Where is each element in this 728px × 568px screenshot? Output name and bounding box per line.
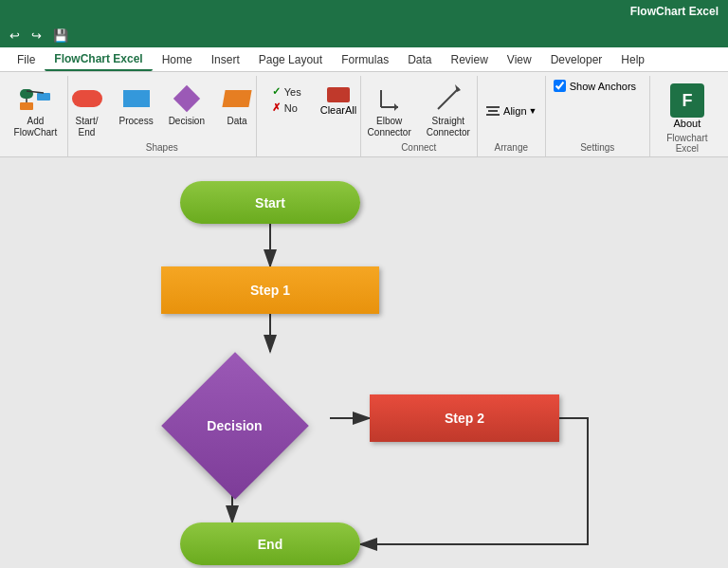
clearall-label: ClearAll: [320, 104, 357, 116]
align-icon: [485, 103, 500, 119]
process-icon: [119, 82, 154, 116]
svg-rect-0: [20, 89, 33, 99]
ribbon-group-yesno: ✓ Yes ✗ No ClearAll: [257, 76, 361, 156]
elbow-connector-label: ElbowConnector: [368, 116, 411, 138]
ribbon-group-shapes: Start/End Process Decision Data: [68, 76, 257, 156]
ribbon-group-arrange: Align ▼ Arrange: [478, 76, 546, 156]
about-button[interactable]: F About: [659, 80, 716, 133]
menu-developer[interactable]: Developer: [541, 49, 612, 70]
straight-connector-button[interactable]: StraightConnector: [421, 80, 476, 140]
quick-access-toolbar: ↩ ↪ 💾: [0, 23, 728, 47]
step1-label: Step 1: [250, 283, 290, 298]
process-label: Process: [119, 116, 154, 127]
end-label: End: [258, 537, 282, 552]
show-anchors-row: Show Anchors: [554, 80, 642, 92]
decision-label: Decision: [169, 116, 205, 127]
decision-icon: [170, 82, 204, 116]
menu-review[interactable]: Review: [442, 49, 498, 70]
step1-shape[interactable]: Step 1: [161, 266, 379, 314]
eraser-icon: [327, 87, 350, 102]
start-label: Start: [255, 195, 285, 211]
redo-button[interactable]: ↪: [27, 27, 46, 45]
align-label: Align: [503, 105, 526, 117]
menu-formulas[interactable]: Formulas: [332, 49, 398, 70]
decision-shape: [161, 352, 309, 500]
undo-button[interactable]: ↩: [6, 27, 24, 45]
svg-rect-12: [486, 114, 500, 116]
process-button[interactable]: Process: [114, 80, 159, 129]
align-button[interactable]: Align ▼: [482, 101, 540, 120]
step2-label: Step 2: [445, 411, 484, 426]
align-dropdown-icon: ▼: [529, 106, 537, 116]
menu-help[interactable]: Help: [611, 49, 654, 70]
svg-text:F: F: [682, 91, 692, 110]
data-label: Data: [227, 116, 246, 127]
show-anchors-checkbox[interactable]: [554, 80, 566, 92]
save-button[interactable]: 💾: [49, 27, 72, 45]
menu-file[interactable]: File: [8, 49, 45, 70]
yes-checkmark-icon: ✓: [272, 85, 281, 98]
flowchart-excel-group-label: Flowchart Excel: [658, 133, 717, 156]
about-label: About: [674, 118, 701, 129]
data-icon: [220, 82, 254, 116]
add-flowchart-icon: [18, 82, 52, 116]
arrows-svg: [0, 157, 728, 568]
step2-shape[interactable]: Step 2: [370, 394, 559, 442]
straight-connector-icon: [431, 82, 465, 116]
no-button[interactable]: ✗ No: [268, 100, 305, 116]
start-end-button[interactable]: Start/End: [64, 80, 110, 140]
add-flowchart-label: AddFlowChart: [14, 116, 58, 138]
yes-label: Yes: [284, 86, 301, 98]
start-shape[interactable]: Start: [180, 181, 360, 224]
decision-wrap[interactable]: Decision: [161, 352, 308, 499]
ribbon: AddFlowChart Start/End Process: [0, 72, 728, 157]
ribbon-group-connect: ElbowConnector StraightConnector Connect: [361, 76, 478, 156]
add-flowchart-button[interactable]: AddFlowChart: [9, 80, 64, 140]
elbow-connector-button[interactable]: ElbowConnector: [362, 80, 417, 140]
menu-insert[interactable]: Insert: [202, 49, 249, 70]
title-bar: FlowChart Excel: [0, 0, 728, 23]
menu-page-layout[interactable]: Page Layout: [249, 49, 332, 70]
start-end-icon: [70, 82, 104, 116]
flowchart-canvas[interactable]: Start Step 1 Decision Step 2 End: [0, 157, 728, 568]
svg-line-8: [438, 88, 459, 109]
ribbon-group-flowchart-excel: F About Flowchart Excel: [650, 76, 724, 156]
no-label: No: [284, 102, 298, 114]
elbow-connector-icon: [373, 82, 407, 116]
no-x-icon: ✗: [272, 101, 281, 114]
svg-rect-10: [486, 106, 500, 108]
menu-data[interactable]: Data: [398, 49, 441, 70]
about-icon: F: [670, 83, 704, 118]
connect-group-label: Connect: [401, 142, 436, 155]
start-end-label: Start/End: [76, 116, 99, 138]
menu-view[interactable]: View: [498, 49, 541, 70]
ribbon-group-settings: Show Anchors Settings: [546, 76, 650, 156]
settings-group-label: Settings: [554, 142, 642, 155]
straight-connector-label: StraightConnector: [427, 116, 470, 138]
app-title: FlowChart Excel: [630, 5, 719, 18]
clearall-button[interactable]: ClearAll: [313, 83, 365, 119]
decision-button[interactable]: Decision: [163, 80, 210, 129]
svg-rect-2: [37, 93, 50, 101]
menu-flowchart-excel[interactable]: FlowChart Excel: [45, 48, 152, 71]
svg-marker-7: [394, 103, 398, 111]
data-button[interactable]: Data: [214, 80, 260, 129]
menu-home[interactable]: Home: [153, 49, 202, 70]
shapes-group-label: Shapes: [146, 142, 178, 155]
menu-bar: File FlowChart Excel Home Insert Page La…: [0, 47, 728, 72]
yes-button[interactable]: ✓ Yes: [268, 83, 305, 100]
arrange-group-label: Arrange: [494, 142, 528, 155]
end-shape[interactable]: End: [180, 522, 360, 565]
ribbon-group-add: AddFlowChart: [4, 76, 68, 156]
svg-rect-1: [20, 102, 33, 110]
yes-no-group: ✓ Yes ✗ No: [264, 83, 309, 116]
show-anchors-label[interactable]: Show Anchors: [570, 81, 636, 92]
svg-rect-11: [488, 110, 498, 112]
